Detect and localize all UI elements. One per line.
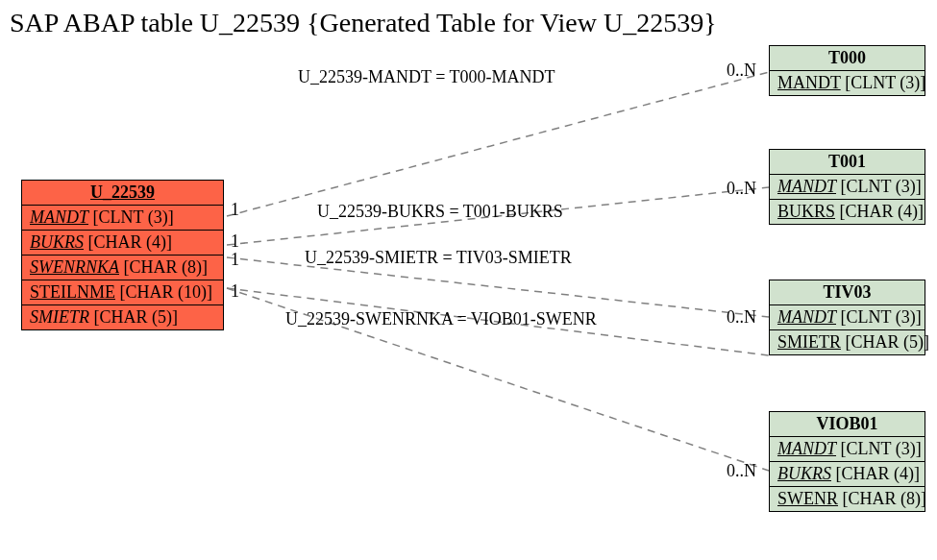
field-type: [CLNT (3)]: [841, 439, 922, 458]
cardinality-right: 0..N: [727, 461, 756, 481]
entity-field: SWENR [CHAR (8)]: [770, 486, 925, 511]
field-name: SMIETR: [30, 307, 89, 327]
entity-viob01: VIOB01 MANDT [CLNT (3)] BUKRS [CHAR (4)]…: [769, 411, 925, 512]
field-type: [CHAR (4)]: [836, 464, 921, 483]
cardinality-left: 1: [231, 200, 239, 220]
relation-label: U_22539-MANDT = T000-MANDT: [298, 67, 555, 87]
entity-field: SMIETR [CHAR (5)]: [770, 329, 925, 354]
field-name: MANDT: [777, 307, 836, 327]
entity-t001-header: T001: [770, 150, 925, 174]
entity-field: BUKRS [CHAR (4)]: [770, 199, 925, 224]
entity-viob01-header: VIOB01: [770, 412, 925, 436]
field-name: MANDT: [777, 177, 836, 196]
relation-label: U_22539-SWENRNKA = VIOB01-SWENR: [285, 309, 597, 329]
field-type: [CHAR (5)]: [94, 307, 179, 327]
entity-t000-header: T000: [770, 46, 925, 70]
field-name: STEILNME: [30, 282, 115, 302]
entity-field: SWENRNKA [CHAR (8)]: [22, 255, 223, 280]
cardinality-right: 0..N: [727, 179, 756, 199]
field-name: BUKRS: [777, 202, 835, 221]
cardinality-left: 1: [231, 250, 239, 270]
entity-field: MANDT [CLNT (3)]: [770, 304, 925, 329]
page-title: SAP ABAP table U_22539 {Generated Table …: [10, 8, 717, 38]
entity-u22539: U_22539 MANDT [CLNT (3)] BUKRS [CHAR (4)…: [21, 180, 224, 330]
entity-field: MANDT [CLNT (3)]: [22, 205, 223, 230]
field-name: SMIETR: [777, 332, 841, 352]
field-type: [CHAR (8)]: [124, 257, 209, 277]
entity-t001: T001 MANDT [CLNT (3)] BUKRS [CHAR (4)]: [769, 149, 925, 225]
field-name: SWENR: [777, 489, 838, 508]
field-name: MANDT: [777, 73, 841, 92]
cardinality-left: 1: [231, 231, 239, 252]
entity-field: SMIETR [CHAR (5)]: [22, 304, 223, 329]
entity-t000: T000 MANDT [CLNT (3)]: [769, 45, 925, 96]
field-type: [CLNT (3)]: [841, 307, 922, 327]
field-name: MANDT: [30, 207, 88, 227]
field-type: [CLNT (3)]: [845, 73, 925, 92]
diagram-canvas: SAP ABAP table U_22539 {Generated Table …: [0, 0, 937, 560]
field-type: [CLNT (3)]: [841, 177, 922, 196]
cardinality-left: 1: [231, 281, 239, 302]
field-name: BUKRS: [777, 464, 831, 483]
cardinality-right: 0..N: [727, 307, 756, 328]
svg-line-0: [227, 72, 769, 216]
entity-field: BUKRS [CHAR (4)]: [770, 461, 925, 486]
entity-header-label: TIV03: [823, 282, 871, 302]
entity-field: STEILNME [CHAR (10)]: [22, 280, 223, 304]
field-type: [CHAR (5)]: [846, 332, 930, 352]
field-type: [CHAR (4)]: [88, 232, 173, 252]
entity-u22539-header: U_22539: [22, 181, 223, 205]
entity-field: MANDT [CLNT (3)]: [770, 436, 925, 461]
relation-label: U_22539-SMIETR = TIV03-SMIETR: [305, 248, 572, 268]
field-type: [CHAR (8)]: [843, 489, 927, 508]
entity-field: MANDT [CLNT (3)]: [770, 174, 925, 199]
entity-header-label: T001: [828, 152, 866, 171]
field-type: [CLNT (3)]: [93, 207, 174, 227]
cardinality-right: 0..N: [727, 61, 756, 81]
field-name: BUKRS: [30, 232, 84, 252]
field-type: [CHAR (10)]: [120, 282, 213, 302]
entity-header-label: VIOB01: [816, 414, 877, 433]
entity-tiv03: TIV03 MANDT [CLNT (3)] SMIETR [CHAR (5)]: [769, 280, 925, 355]
entity-field: BUKRS [CHAR (4)]: [22, 230, 223, 255]
field-type: [CHAR (4)]: [840, 202, 925, 221]
entity-field: MANDT [CLNT (3)]: [770, 70, 925, 95]
entity-header-label: U_22539: [90, 183, 155, 202]
field-name: SWENRNKA: [30, 257, 119, 277]
entity-header-label: T000: [828, 48, 866, 67]
entity-tiv03-header: TIV03: [770, 280, 925, 304]
field-name: MANDT: [777, 439, 836, 458]
relation-label: U_22539-BUKRS = T001-BUKRS: [317, 202, 563, 222]
